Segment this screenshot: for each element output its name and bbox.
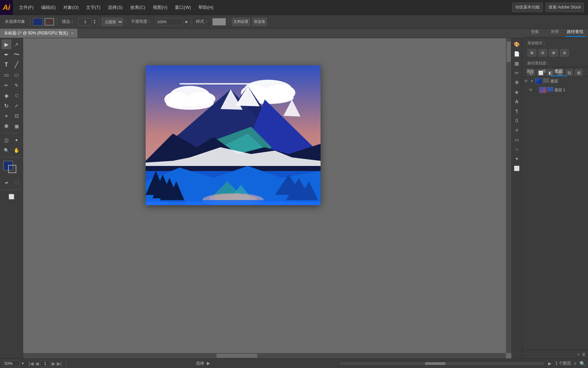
horizontal-scrollbar[interactable] <box>23 353 506 358</box>
new-layer-btn[interactable]: + <box>577 352 580 357</box>
default-colors[interactable]: ⬛ <box>12 178 21 187</box>
vertical-scroll-thumb[interactable] <box>507 42 511 62</box>
scroll-thumb-h[interactable] <box>425 362 445 365</box>
zoom-input[interactable] <box>3 360 20 367</box>
menu-select[interactable]: 选择(S) <box>104 3 126 12</box>
layer-visibility-1[interactable]: 👁 <box>523 79 529 83</box>
selection-arrow[interactable]: ▶ <box>207 361 210 366</box>
next-page-btn[interactable]: ▶ <box>52 361 55 366</box>
brush-tool[interactable]: ✏ <box>2 80 11 90</box>
library-tab[interactable]: 库 <box>538 67 551 76</box>
stroke-stepper[interactable]: ▲ ▼ <box>93 19 96 25</box>
horizontal-scroll-thumb[interactable] <box>216 354 257 358</box>
pathfinder-tab[interactable]: 路径查找 <box>565 28 585 37</box>
delete-layer-btn[interactable]: 🗑 <box>582 352 586 357</box>
swap-colors[interactable]: ⇄ <box>2 178 11 187</box>
layers-tab[interactable]: 图层 <box>551 67 567 76</box>
align-tab[interactable]: 对齐 <box>545 28 565 37</box>
document-tab[interactable]: 未标题-1* @ 50% (RGB/GPU 预览) × <box>0 29 78 38</box>
hamburger-icon[interactable]: ≡ <box>513 126 521 134</box>
document-icon[interactable]: 📄 <box>513 50 521 58</box>
tool-row-screen: ⬜ <box>1 192 22 201</box>
divider-2 <box>57 18 57 26</box>
free-transform-tool[interactable]: ⊡ <box>12 111 21 121</box>
stroke-swatch[interactable] <box>45 18 54 26</box>
stroke-color[interactable] <box>8 165 16 173</box>
zoom-tool[interactable]: 🔍 <box>2 145 11 155</box>
symbols-icon[interactable]: ❋ <box>513 78 521 87</box>
graphic-styles-icon[interactable]: ◈ <box>513 88 521 96</box>
menu-help[interactable]: 帮助(H) <box>195 3 217 12</box>
minus-front-btn[interactable]: ⊖ <box>538 49 547 57</box>
line-tool[interactable]: ╱ <box>12 60 21 70</box>
brushes-icon[interactable]: ✏ <box>513 69 521 77</box>
preferences-btn[interactable]: 首选项 <box>252 18 267 26</box>
pen-tool[interactable]: ✒ <box>2 50 11 59</box>
divider-3 <box>99 18 99 26</box>
graph-tool[interactable]: ▦ <box>12 121 21 131</box>
menu-view[interactable]: 视图(V) <box>149 3 171 12</box>
circle-icon[interactable]: ○ <box>513 145 521 153</box>
type-tool[interactable]: T <box>2 60 11 70</box>
eyedropper-tool[interactable]: ✦ <box>12 135 21 145</box>
paragraph-icon[interactable]: ¶ <box>513 107 521 115</box>
prev-page-btn[interactable]: ◀ <box>35 361 39 366</box>
layer-row-2[interactable]: 👁 ▶ 图层 1 <box>522 86 588 94</box>
menu-effect[interactable]: 效果(C) <box>127 3 149 12</box>
exclude-btn[interactable]: ⊘ <box>560 49 569 57</box>
screen-icon[interactable]: ⬜ <box>513 164 521 172</box>
first-page-btn[interactable]: |◀ <box>29 361 34 366</box>
last-page-btn[interactable]: ▶| <box>57 361 62 366</box>
scale-tool[interactable]: ⤢ <box>12 101 21 110</box>
menu-file[interactable]: 文件(F) <box>16 3 37 12</box>
warp-tool[interactable]: ≋ <box>2 111 11 121</box>
symbol-tool[interactable]: ❋ <box>2 121 11 131</box>
char-0-icon[interactable]: 0 <box>513 117 521 125</box>
page-input[interactable] <box>40 360 50 367</box>
unite-btn[interactable]: ⊕ <box>527 49 536 57</box>
tab-close-btn[interactable]: × <box>71 31 74 36</box>
live-paint-tool[interactable]: ⬡ <box>12 91 21 100</box>
scroll-track-h[interactable] <box>340 362 544 365</box>
new-page-btn[interactable]: + <box>574 361 577 367</box>
menu-window[interactable]: 窗口(W) <box>172 3 194 12</box>
opacity-input[interactable] <box>156 18 183 26</box>
search-stock[interactable]: 搜索 Adobe Stock <box>545 3 584 12</box>
menu-text[interactable]: 文字(T) <box>83 3 104 12</box>
zoom-dropdown[interactable]: ▼ <box>21 362 24 365</box>
menu-object[interactable]: 对象(O) <box>60 3 82 12</box>
ellipse-tool[interactable]: ⬭ <box>12 70 21 80</box>
rect-icon[interactable]: ▭ <box>513 136 521 144</box>
appearance-icon[interactable]: A <box>513 97 521 106</box>
menu-edit[interactable]: 编辑(E) <box>38 3 59 12</box>
scroll-right-btn[interactable]: ▶ <box>548 361 551 366</box>
screen-mode[interactable]: ⬜ <box>7 192 16 201</box>
layer-visibility-2[interactable]: 👁 <box>528 88 534 92</box>
rect-tool[interactable]: ▭ <box>2 70 11 80</box>
direct-select-tool[interactable]: ↗ <box>12 40 21 49</box>
gradient-tool[interactable]: ◫ <box>2 135 11 145</box>
intersect-btn[interactable]: ⊗ <box>549 49 558 57</box>
fill-swatch[interactable] <box>33 18 43 26</box>
workspace-selector[interactable]: 传统基本功能 <box>512 3 543 12</box>
shape-selector[interactable]: 点圆形 <box>102 18 123 26</box>
layer-row-1[interactable]: 👁 ▼ 图层 <box>522 77 588 86</box>
shape-builder-tool[interactable]: ◈ <box>2 91 11 100</box>
curvature-tool[interactable]: 〜 <box>12 50 21 59</box>
transform-tab[interactable]: 变换 <box>525 28 545 37</box>
swatches-icon[interactable]: ▦ <box>513 59 521 67</box>
select-tool[interactable]: ▶ <box>2 40 11 49</box>
stroke-input[interactable] <box>78 18 92 26</box>
color-guide-icon[interactable]: 🎨 <box>513 40 521 48</box>
rotate-tool[interactable]: ↻ <box>2 101 11 110</box>
pencil-tool[interactable]: ✎ <box>12 80 21 90</box>
vertical-scrollbar[interactable] <box>506 38 511 353</box>
opacity-arrow[interactable]: ▶ <box>185 20 188 24</box>
arrange-btn[interactable]: 🔍 <box>579 361 585 366</box>
properties-tab[interactable]: 属性 <box>522 67 538 76</box>
doc-settings-btn[interactable]: 文档设置 <box>232 18 250 26</box>
hand-tool[interactable]: ✋ <box>12 145 21 155</box>
style-swatch[interactable] <box>212 18 226 26</box>
layer-expand-1[interactable]: ▼ <box>530 79 534 83</box>
star-icon[interactable]: ✦ <box>513 155 521 163</box>
